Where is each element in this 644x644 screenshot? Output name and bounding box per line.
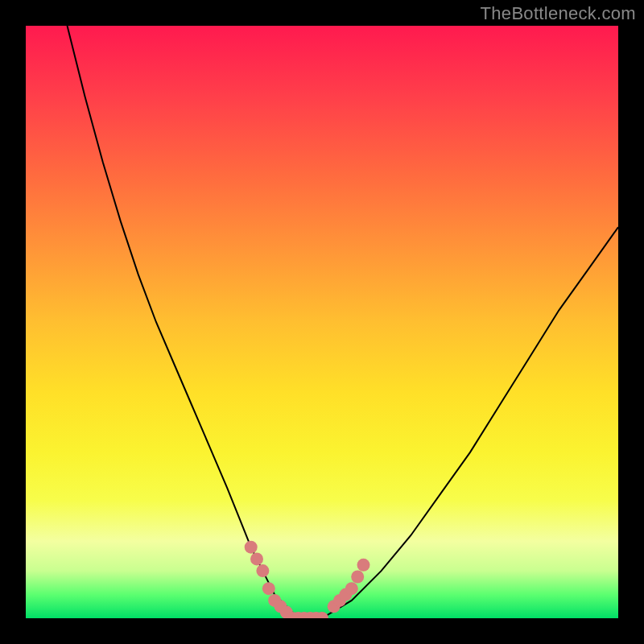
scatter-point (357, 559, 370, 572)
scatter-point (250, 552, 263, 565)
highlighted-scatter (245, 541, 370, 618)
chart-container: TheBottleneck.com (0, 0, 644, 644)
scatter-point (351, 571, 364, 584)
scatter-point (345, 582, 358, 595)
chart-svg (26, 26, 618, 618)
bottleneck-curve (68, 26, 619, 618)
watermark-text: TheBottleneck.com (481, 3, 636, 24)
scatter-point (245, 541, 258, 554)
plot-area (26, 26, 618, 618)
scatter-point (256, 564, 269, 577)
scatter-point (262, 582, 275, 595)
